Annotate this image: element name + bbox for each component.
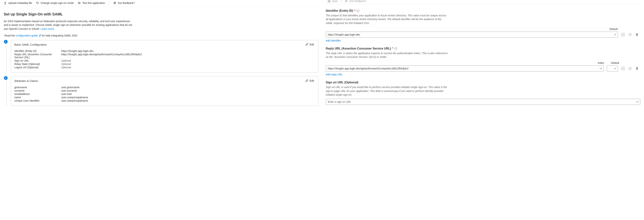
identifier-controls: i — [621, 33, 640, 36]
kv-key: Unique User Identifier — [14, 99, 60, 102]
card1-edit-button[interactable]: Edit — [306, 43, 314, 46]
table-row: Logout Url (Optional)Optional — [14, 66, 315, 69]
kv-key: name — [14, 96, 60, 99]
kv-value: user.userprincipalname — [61, 99, 315, 102]
kv-value: Optional — [61, 63, 315, 66]
kv-value: Optional — [61, 59, 315, 62]
table-row: Relay State (Optional)Optional — [14, 62, 315, 66]
table-row: Unique User Identifieruser.userprincipal… — [14, 99, 315, 102]
steps-container: 1 Basic SAML Configuration Edit Identifi… — [4, 40, 318, 106]
read-prefix: Read the — [4, 34, 16, 37]
reply-title-text: Reply URL (Assertion Consumer Service UR… — [326, 47, 391, 50]
identifier-row: i — [326, 32, 640, 38]
svg-rect-5 — [328, 1, 330, 2]
signon-url-input[interactable] — [326, 99, 640, 105]
card2-edit-label: Edit — [310, 79, 314, 82]
right-panel: Save Got feedback? Identifier (Entity ID… — [322, 0, 644, 220]
config-guide-link[interactable]: configuration guide — [16, 34, 42, 37]
delete-button[interactable] — [636, 33, 638, 36]
kv-key: Identifier (Entity ID) — [14, 50, 60, 53]
identifier-input[interactable] — [326, 32, 618, 38]
page-title: Set up Single Sign-On with SAML — [4, 12, 318, 16]
identifier-input-wrap — [326, 32, 618, 38]
col-index: Index — [598, 61, 604, 64]
card2-body: givennameuser.givenname surnameuser.surn… — [11, 85, 318, 106]
svg-point-2 — [78, 4, 78, 4]
upload-metadata-button[interactable]: Upload metadata file — [4, 2, 32, 5]
table-row: surnameuser.surname — [14, 89, 315, 92]
table-row: Reply URL (Assertion Consumer Service UR… — [14, 53, 315, 59]
identifier-title-text: Identifier (Entity ID) — [326, 9, 353, 13]
add-reply-url-link[interactable]: Add reply URL — [326, 73, 343, 76]
info-icon[interactable]: i — [629, 67, 631, 70]
kv-key: givenname — [14, 86, 60, 89]
add-identifier-link[interactable]: Add identifier — [326, 39, 341, 42]
signon-row — [326, 99, 640, 105]
identifier-title: Identifier (Entity ID) * i — [326, 9, 640, 13]
kv-key: Sign on URL — [14, 59, 60, 62]
kv-key: emailaddress — [14, 93, 60, 95]
kv-value: user.surname — [61, 89, 315, 92]
default-checkbox[interactable] — [621, 67, 625, 70]
check-icon — [600, 67, 602, 70]
kv-key: Logout Url (Optional) — [14, 66, 60, 69]
reply-columns: Index Default — [326, 59, 640, 66]
kv-value: user.mail — [61, 93, 315, 95]
kv-value: user.givenname — [61, 86, 315, 89]
kv-key: Relay State (Optional) — [14, 63, 60, 66]
info-icon[interactable]: i — [629, 33, 631, 36]
undo-icon — [36, 2, 39, 5]
index-input-wrap — [607, 66, 618, 72]
info-icon[interactable]: i — [394, 47, 397, 50]
learn-more-link[interactable]: Learn more. — [40, 27, 54, 30]
test-app-button[interactable]: Test this application — [78, 2, 105, 5]
change-mode-label: Change single sign-on mode — [40, 2, 74, 5]
feedback-label: Got feedback? — [349, 0, 366, 3]
delete-button[interactable] — [636, 67, 638, 70]
check-icon — [614, 67, 616, 70]
svg-point-0 — [78, 2, 78, 3]
description-body: An SSO implementation based on federatio… — [4, 20, 132, 30]
config-guide-line: Read the configuration guide for help in… — [4, 34, 318, 37]
pencil-icon — [306, 43, 308, 46]
card2-edit-button[interactable]: Edit — [306, 79, 314, 83]
col-default: Default — [611, 61, 619, 64]
card2-title: Attributes & Claims — [14, 79, 38, 82]
required-star: * — [354, 9, 356, 13]
default-checkbox[interactable] — [621, 33, 625, 36]
feedback-icon — [114, 2, 116, 5]
card1-title: Basic SAML Configuration — [14, 43, 47, 46]
kv-value: Optional — [61, 66, 315, 69]
reply-title: Reply URL (Assertion Consumer Service UR… — [326, 47, 640, 50]
signon-title: Sign on URL (Optional) — [326, 81, 640, 84]
svg-point-1 — [78, 3, 78, 3]
feedback-button[interactable]: Got feedback? — [345, 0, 366, 3]
reply-url-input[interactable] — [326, 66, 604, 72]
feedback-button[interactable]: Got feedback? — [114, 2, 135, 5]
save-icon — [328, 0, 330, 3]
change-mode-button[interactable]: Change single sign-on mode — [36, 2, 74, 5]
external-link-icon — [39, 34, 41, 37]
reply-row: i — [326, 66, 640, 72]
feedback-icon — [345, 0, 348, 3]
left-toolbar: Upload metadata file Change single sign-… — [4, 0, 318, 7]
read-suffix: for help integrating SAML SSO. — [42, 34, 78, 37]
left-panel: Upload metadata file Change single sign-… — [0, 0, 322, 220]
upload-label: Upload metadata file — [8, 2, 32, 5]
info-icon[interactable]: i — [356, 10, 359, 12]
reply-url-section: Reply URL (Assertion Consumer Service UR… — [326, 47, 640, 76]
identifier-help: The unique ID that identifies your appli… — [326, 14, 448, 25]
signon-title-text: Sign on URL (Optional) — [326, 81, 358, 84]
save-button[interactable]: Save — [328, 0, 338, 3]
kv-value: user.userprincipalname — [61, 96, 315, 99]
reply-input-wrap — [326, 66, 604, 72]
test-app-label: Test this application — [82, 2, 105, 5]
step-number-2: 2 — [4, 76, 8, 80]
attributes-claims-card: 2 Attributes & Claims Edit givennameuser… — [11, 76, 318, 106]
list-icon — [78, 2, 81, 5]
required-star: * — [392, 47, 394, 50]
basic-saml-card: 1 Basic SAML Configuration Edit Identifi… — [11, 40, 318, 73]
card1-edit-label: Edit — [310, 43, 314, 46]
toolbar-divider — [341, 0, 342, 3]
signon-section: Sign on URL (Optional) Sign on URL is us… — [326, 81, 640, 105]
